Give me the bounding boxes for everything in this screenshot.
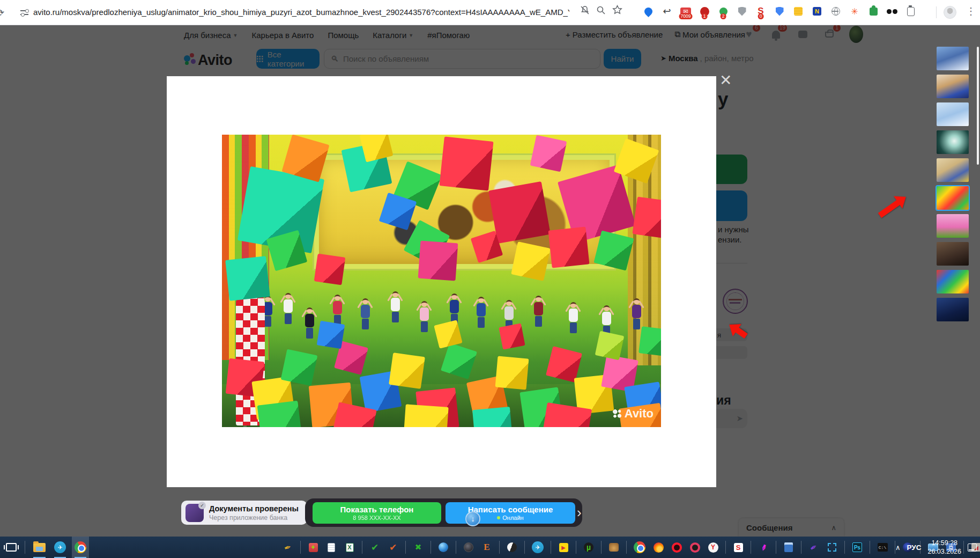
thumb-playroom[interactable] [937,270,969,293]
child-figure [446,293,462,325]
opera-icon [672,542,682,553]
yellow-play-icon: ▶ [559,543,568,552]
document-icon [328,543,335,552]
molecule-icon: ✳ [851,6,858,17]
notes-extension-icon [794,7,803,16]
address-bar[interactable]: avito.ru/moskva/predlozheniya_uslug/anim… [33,8,569,17]
back-arrow-icon[interactable]: ↩ [661,3,673,19]
notifications-blocked-icon[interactable] [580,5,590,15]
orange-check-icon[interactable]: ✔ [385,537,401,558]
child-figure [329,295,345,326]
mail-extension-icon[interactable]: ✉7009 [680,3,692,19]
sphere-app-icon[interactable] [435,537,451,558]
desktop-screen: ⟳ avito.ru/moskva/predlozheniya_uslug/an… [0,0,980,558]
reload-icon[interactable]: ⟳ [0,7,4,19]
gallery-thumbnail-rail [937,47,969,321]
file-explorer-icon[interactable] [31,537,48,558]
blue-shield-icon [776,7,784,16]
firefox-icon[interactable] [650,537,666,558]
molecule-icon[interactable]: ✳ [849,3,860,19]
scrollbar-thumb[interactable] [977,47,979,165]
green-x-icon[interactable]: ✖ [410,537,426,558]
green-pin-icon[interactable]: 2 [717,3,729,19]
panda-icon [507,542,517,552]
yellow-play-icon[interactable]: ▶ [555,537,571,558]
browser-menu-icon[interactable]: ⋮ [966,5,976,17]
telegram-desktop-icon[interactable]: ✈ [529,537,546,558]
taskbar-divider [725,541,726,554]
taskbar-divider [751,541,751,554]
location-pin-icon [642,5,654,17]
glasses-icon[interactable] [886,3,898,19]
taskbar-divider [776,541,776,554]
thumb-night-show[interactable] [937,298,969,321]
globe-icon[interactable] [830,3,842,19]
taskbar-divider [300,541,301,554]
gold-pen-icon[interactable]: ✒ [280,537,296,558]
photoshop-icon[interactable]: Ps [849,537,865,558]
taskbar-clock[interactable]: 14:59:28 26.03.2026 [927,539,961,556]
yandex-browser-icon: Y [708,542,718,553]
snip-tool-icon[interactable] [824,537,840,558]
show-phone-button[interactable]: Показать телефон 8 958 XXX-XX-XX [313,502,441,524]
puzzle-icon[interactable] [867,3,879,19]
language-indicator[interactable]: РУС [907,544,921,552]
thumb-dark-table[interactable] [937,242,969,266]
adguard-icon[interactable]: 1 [699,3,710,19]
chrome-icon[interactable] [72,537,89,558]
s-app-icon[interactable]: S [730,537,746,558]
telegram-icon[interactable]: ✈ [51,537,69,558]
thumb-paper-show[interactable] [937,130,969,154]
cmd-icon[interactable]: C:\ [874,537,890,558]
browser-profile-icon[interactable] [944,6,956,19]
task-view-icon[interactable] [3,537,19,558]
cat-app-icon[interactable] [606,537,622,558]
thumb-crio-show[interactable] [937,47,969,70]
thumb-light-party[interactable] [937,102,969,126]
blue-shield-icon[interactable] [774,3,785,19]
opera-icon[interactable] [669,537,685,558]
n-extension-icon[interactable]: N [811,3,823,19]
yandex-browser-icon[interactable]: Y [705,537,721,558]
chevron-right-icon[interactable]: › [577,504,582,521]
extensions-icon[interactable] [905,3,917,19]
calculator-icon[interactable] [781,537,797,558]
write-message-button[interactable]: Написать сообщение Онлайн [446,502,575,524]
shield-off-icon[interactable] [736,3,748,19]
opera-gx-icon[interactable] [687,537,703,558]
listing-photo[interactable]: Avito [222,135,661,427]
document-icon[interactable] [323,537,339,558]
purple-feather-icon[interactable]: ✒ [806,537,822,558]
zoom-icon[interactable] [596,5,606,15]
foam-cube [403,404,448,427]
tray-chevron-up-icon[interactable]: ∧ [895,544,901,552]
bookmark-star-icon[interactable] [612,5,622,15]
location-pin-icon[interactable] [642,3,654,19]
online-dot [497,516,500,519]
site-settings-icon[interactable] [20,9,28,16]
documents-verified-bar: Документы проверены Через приложение бан… [181,501,307,525]
child-figure [280,293,296,324]
taskbar-divider [456,541,456,554]
utorrent-icon[interactable]: µ [581,537,597,558]
notes-extension-icon[interactable] [792,3,804,19]
foam-cube [439,136,493,190]
e-app-icon[interactable]: E [479,537,495,558]
action-center-icon[interactable] [968,544,977,552]
thumb-pink-costumes[interactable] [937,214,969,238]
excel-icon[interactable]: X [341,537,358,558]
thumb-foam-cubes[interactable] [937,186,969,210]
s-extension-icon[interactable]: S0 [755,3,767,19]
thumb-robot-animator[interactable] [937,158,969,182]
telegram-icon: ✈ [54,541,66,553]
chrome-pinned-icon[interactable] [631,537,648,558]
close-icon[interactable]: ✕ [719,73,732,88]
thumb-blue-costume[interactable] [937,75,969,98]
dark-disc-icon[interactable] [461,537,477,558]
green-check-icon[interactable]: ✔ [367,537,383,558]
magenta-pen-icon[interactable]: ✒ [755,537,771,558]
red-book-icon[interactable]: + [305,537,321,558]
download-circle-icon[interactable]: ↓ [465,511,480,526]
panda-icon[interactable] [504,537,520,558]
foam-cube [225,256,270,301]
